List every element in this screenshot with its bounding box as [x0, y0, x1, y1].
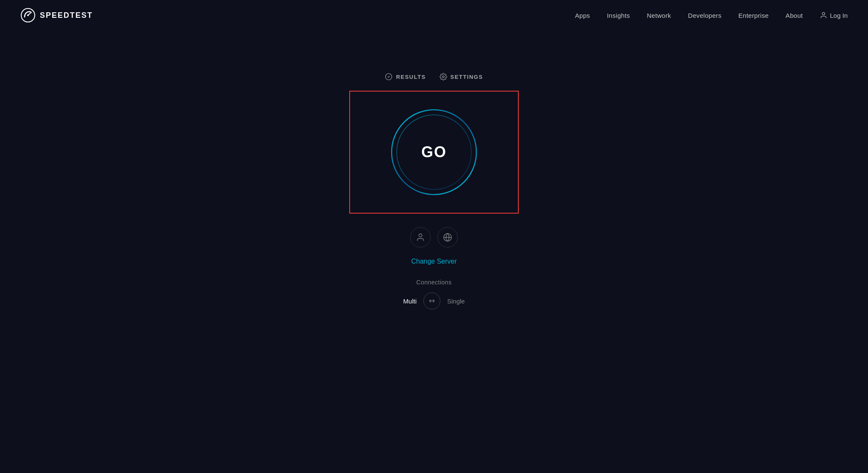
connections-arrows-icon: [428, 297, 436, 305]
login-link[interactable]: Log In: [820, 11, 848, 19]
brand-name: SPEEDTEST: [40, 11, 93, 20]
user-icon: [416, 233, 425, 242]
nav-links: Apps Insights Network Developers Enterpr…: [575, 11, 848, 19]
connections-label: Connections: [416, 279, 451, 286]
go-circle-svg: [387, 106, 481, 199]
connections-icon-button[interactable]: [423, 292, 440, 309]
svg-point-5: [442, 76, 444, 78]
nav-developers[interactable]: Developers: [688, 12, 721, 19]
conn-multi[interactable]: Multi: [403, 298, 417, 305]
svg-point-8: [398, 116, 470, 189]
navbar: SPEEDTEST Apps Insights Network Develope…: [0, 0, 868, 31]
login-label: Log In: [830, 12, 848, 19]
globe-server-button[interactable]: [437, 227, 458, 248]
speedtest-logo-icon: [20, 8, 36, 23]
nav-enterprise[interactable]: Enterprise: [738, 12, 768, 19]
user-nav-icon: [820, 11, 827, 19]
logo-link[interactable]: SPEEDTEST: [20, 8, 93, 23]
svg-point-3: [822, 12, 825, 15]
nav-insights[interactable]: Insights: [607, 12, 630, 19]
tab-results[interactable]: RESULTS: [385, 73, 426, 81]
main-content: RESULTS SETTINGS: [0, 31, 868, 309]
change-server-link[interactable]: Change Server: [411, 258, 457, 265]
connections-toggle: Multi Single: [403, 292, 465, 309]
conn-single[interactable]: Single: [447, 298, 465, 305]
globe-icon: [443, 233, 452, 242]
svg-point-9: [419, 234, 422, 237]
tab-settings[interactable]: SETTINGS: [440, 73, 483, 81]
tab-results-label: RESULTS: [396, 74, 426, 80]
svg-point-2: [27, 14, 29, 16]
connections-section: Connections Multi Single: [403, 279, 465, 309]
gear-icon: [440, 73, 447, 81]
go-container: GO: [349, 91, 519, 214]
tabs-bar: RESULTS SETTINGS: [385, 73, 483, 81]
icon-row: [410, 227, 458, 248]
nav-apps[interactable]: Apps: [575, 12, 590, 19]
check-circle-icon: [385, 73, 392, 81]
go-button[interactable]: GO: [387, 106, 481, 199]
tab-settings-label: SETTINGS: [451, 74, 483, 80]
nav-network[interactable]: Network: [647, 12, 671, 19]
nav-about[interactable]: About: [786, 12, 803, 19]
user-profile-button[interactable]: [410, 227, 431, 248]
